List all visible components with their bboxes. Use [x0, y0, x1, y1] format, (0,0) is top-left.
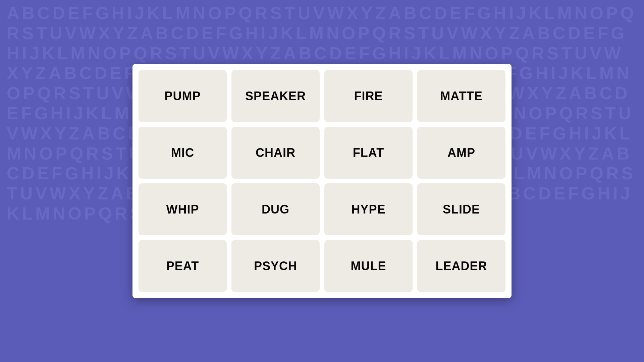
card-label-peat: PEAT [166, 259, 199, 273]
card-label-pump: PUMP [164, 89, 201, 103]
card-whip[interactable]: WHIP [139, 183, 227, 235]
card-mic[interactable]: MIC [139, 127, 227, 179]
card-label-fire: FIRE [354, 89, 383, 103]
card-label-mule: MULE [351, 259, 386, 273]
card-panel: PUMPSPEAKERFIREMATTEMICCHAIRFLATAMPWHIPD… [132, 64, 512, 298]
card-label-amp: AMP [447, 146, 475, 160]
card-flat[interactable]: FLAT [324, 127, 413, 179]
card-pump[interactable]: PUMP [139, 70, 227, 122]
card-label-matte: MATTE [440, 89, 482, 103]
card-leader[interactable]: LEADER [417, 240, 505, 292]
card-label-flat: FLAT [353, 146, 384, 160]
card-speaker[interactable]: SPEAKER [231, 70, 320, 122]
card-label-mic: MIC [171, 146, 194, 160]
card-dug[interactable]: DUG [231, 183, 320, 235]
card-hype[interactable]: HYPE [324, 183, 413, 235]
card-peat[interactable]: PEAT [139, 240, 227, 292]
card-slide[interactable]: SLIDE [417, 183, 505, 235]
card-label-dug: DUG [262, 202, 289, 217]
card-matte[interactable]: MATTE [417, 70, 505, 122]
card-label-psych: PSYCH [254, 259, 297, 273]
card-psych[interactable]: PSYCH [231, 240, 320, 292]
card-label-whip: WHIP [166, 202, 199, 217]
card-label-speaker: SPEAKER [245, 89, 306, 103]
card-fire[interactable]: FIRE [324, 70, 413, 122]
card-label-chair: CHAIR [256, 146, 296, 160]
card-chair[interactable]: CHAIR [231, 127, 320, 179]
card-label-slide: SLIDE [443, 202, 480, 217]
word-grid: PUMPSPEAKERFIREMATTEMICCHAIRFLATAMPWHIPD… [139, 70, 505, 292]
card-mule[interactable]: MULE [324, 240, 413, 292]
card-label-leader: LEADER [435, 259, 487, 273]
card-label-hype: HYPE [351, 202, 385, 217]
card-amp[interactable]: AMP [417, 127, 505, 179]
